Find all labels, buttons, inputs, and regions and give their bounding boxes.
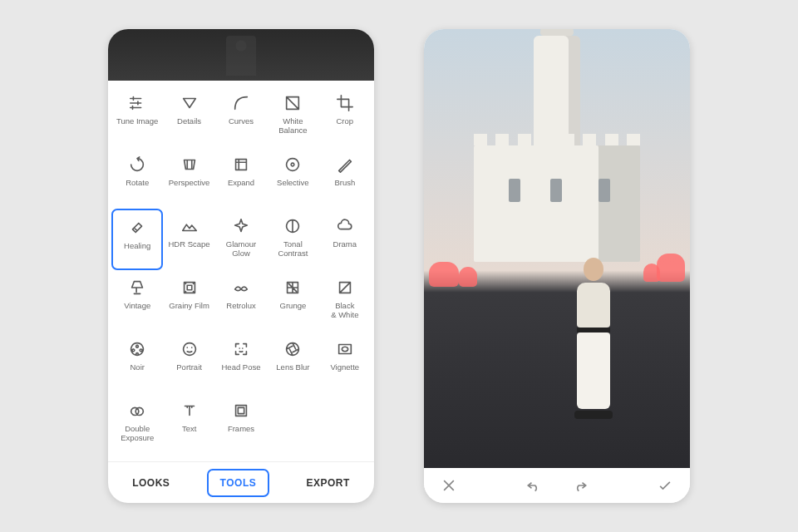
tool-label: Vignette [330,363,359,372]
brush-icon [334,154,356,175]
text-icon [179,400,200,421]
triangle-down-icon [179,92,200,114]
bw-icon [334,277,356,298]
tool-grunge[interactable]: Grunge [267,270,318,332]
tool-black-white[interactable]: Black & White [319,270,371,332]
tool-perspective[interactable]: Perspective [163,147,214,209]
tool-label: Drama [333,240,357,249]
tab-export[interactable]: EXPORT [295,470,362,495]
tool-label: Grunge [280,302,307,311]
overlap-icon [126,400,148,421]
tool-lens-blur[interactable]: Lens Blur [267,332,318,393]
tool-label: Frames [228,425,254,434]
tool-label: Glamour Glow [226,240,256,259]
redo-button[interactable] [567,472,594,499]
tool-grainy-film[interactable]: Grainy Film [163,270,214,332]
curve-icon [230,92,252,114]
tab-tools[interactable]: TOOLS [207,469,270,497]
tool-curves[interactable]: Curves [215,86,267,147]
tool-tonal-contrast[interactable]: Tonal Contrast [267,209,318,270]
tool-label: Black & White [331,302,358,320]
tool-label: Tonal Contrast [278,240,308,259]
healing-editor-screen [424,29,690,503]
wb-icon [282,92,303,114]
tool-selective[interactable]: Selective [267,147,318,209]
tool-label: Details [177,117,201,126]
photo-canvas[interactable] [424,29,690,468]
tool-vignette[interactable]: Vignette [319,332,371,393]
tool-drama[interactable]: Drama [319,209,371,270]
tool-label: Curves [229,117,254,126]
tool-label: HDR Scape [169,240,210,249]
tools-screen: Tune ImageDetailsCurvesWhite BalanceCrop… [108,29,374,503]
apply-button[interactable] [652,472,678,499]
tool-vintage[interactable]: Vintage [111,270,163,332]
tool-label: Portrait [176,363,202,372]
target-icon [282,154,303,175]
tool-label: Crop [337,117,354,126]
frame-icon [230,400,252,421]
mountains-icon [179,215,200,237]
healing-mark[interactable] [657,254,685,282]
tool-text[interactable]: Text [163,393,214,455]
expand-icon [230,154,252,175]
bandage-icon [126,217,148,239]
tool-label: Rotate [126,179,149,188]
healing-mark[interactable] [459,267,477,287]
sparkle-icon [230,215,252,237]
tool-details[interactable]: Details [163,86,214,147]
mustache-icon [230,277,252,298]
tool-rotate[interactable]: Rotate [111,147,163,209]
tool-label: Brush [334,179,355,188]
editor-action-bar [424,468,690,503]
close-button[interactable] [436,472,462,499]
tool-label: Vintage [124,302,150,311]
tool-glamour-glow[interactable]: Glamour Glow [215,209,267,270]
reel-icon [126,338,148,360]
tool-label: White Balance [278,117,307,135]
contrast-icon [282,215,303,237]
aperture-icon [282,338,303,360]
tool-label: Retrolux [226,302,255,311]
tool-hdr-scape[interactable]: HDR Scape [163,209,214,270]
healing-mark[interactable] [643,264,660,282]
tool-head-pose[interactable]: Head Pose [215,332,267,393]
tool-portrait[interactable]: Portrait [163,332,214,393]
tab-looks[interactable]: LOOKS [121,470,181,495]
tool-white-balance[interactable]: White Balance [267,86,318,147]
tool-retrolux[interactable]: Retrolux [215,270,267,332]
tool-label: Healing [124,242,150,251]
tool-label: Head Pose [221,363,260,372]
tool-double-exposure[interactable]: Double Exposure [111,393,163,455]
tool-tune-image[interactable]: Tune Image [111,86,163,147]
tool-expand[interactable]: Expand [215,147,267,209]
tool-frames[interactable]: Frames [215,393,267,455]
tool-healing[interactable]: Healing [111,209,163,270]
tool-label: Expand [228,179,254,188]
photo-preview-dimmed [108,29,374,81]
face-icon [179,338,200,360]
tool-noir[interactable]: Noir [111,332,163,393]
photo-subject-person [570,258,617,432]
rotate-icon [126,154,148,175]
perspective-icon [179,154,200,175]
sliders-icon [126,92,148,114]
tool-label: Lens Blur [276,363,309,372]
tool-label: Text [182,425,196,434]
tools-panel: Tune ImageDetailsCurvesWhite BalanceCrop… [108,81,374,461]
vignette-icon [334,338,356,360]
tool-brush[interactable]: Brush [319,147,371,209]
tool-label: Double Exposure [121,425,154,443]
tool-label: Noir [130,363,144,372]
tool-label: Perspective [169,179,210,188]
grunge-icon [282,277,303,298]
face-scan-icon [230,338,252,360]
healing-mark[interactable] [429,262,459,287]
crop-icon [334,92,356,114]
undo-button[interactable] [520,472,547,499]
tool-crop[interactable]: Crop [319,86,371,147]
tool-label: Selective [277,179,309,188]
bottom-tabs: LOOKS TOOLS EXPORT [108,461,374,503]
tool-label: Tune Image [116,117,158,126]
cloud-icon [334,215,356,237]
